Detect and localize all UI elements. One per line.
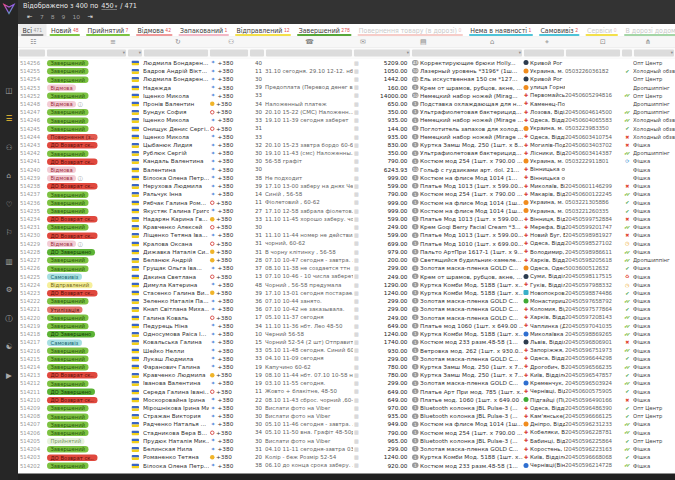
tracking-number[interactable]: 20450596666125: [565, 413, 621, 420]
tracking-number[interactable]: 20450597208143: [565, 314, 621, 321]
tracking-number[interactable]: 20450597988332: [565, 281, 621, 288]
tracking-number[interactable]: 0503221260335: [565, 207, 621, 214]
table-row[interactable]: 514217СамовивізКовальська Галина✦+38015Ч…: [18, 338, 675, 346]
sidebar-video-icon[interactable]: ▶: [0, 365, 18, 385]
tracking-number[interactable]: 20450599201747: [565, 224, 621, 231]
table-row[interactable]: 514216ЗавершенийШейко Нелли✦+3803305.10 …: [18, 346, 675, 354]
filter-city[interactable]: [524, 50, 564, 57]
table-row[interactable]: 514225СамовивізДакина Светлана+3801307.1…: [18, 272, 675, 280]
table-row[interactable]: 514226ЗавершенийГрущак Ольга Іва...✦+380…: [18, 264, 675, 272]
sidebar-dashboard-icon[interactable]: ◫: [0, 80, 18, 100]
sidebar-customers-icon[interactable]: ⚇: [0, 137, 18, 157]
table-row[interactable]: 514234ДО Возврат ск..Надарян Карина Гв..…: [18, 215, 675, 223]
tracking-number[interactable]: 20450598117515: [565, 273, 621, 280]
table-row[interactable]: 514223ДО Возврат ск..Стасенко Галина Ви.…: [18, 289, 675, 297]
tab-5[interactable]: Відправлений12: [232, 24, 294, 36]
payment-column-icon[interactable]: ▤: [420, 38, 427, 46]
tracking-number[interactable]: 20450604614500: [565, 109, 621, 116]
sidebar-warehouse-icon[interactable]: ⌂: [0, 166, 18, 186]
table-row[interactable]: 514245ЗавершенийОнищук Денис Сергі...+38…: [18, 124, 675, 132]
table-row[interactable]: 514228ДО ЗавершеноДижавка Наталія Си...+…: [18, 248, 675, 256]
filter-source[interactable]: ▾: [634, 50, 674, 57]
tab-3[interactable]: Відмова42: [133, 24, 176, 36]
table-row[interactable]: 514252ЗавершенийІщенко Микола✦+38033▥140…: [18, 91, 675, 99]
table-row[interactable]: 514220ЗавершенийГалина Коваль+3801705.10…: [18, 313, 675, 321]
table-row[interactable]: 514256ЗавершенийЛюдмила Бондарен...✦+380…: [18, 59, 675, 67]
tracking-column-icon[interactable]: ⊡: [600, 38, 606, 46]
table-row[interactable]: 514244Повернення (з..Іщенко Микола✦+3803…: [18, 132, 675, 140]
refresh-column-icon[interactable]: ↻: [175, 38, 181, 46]
table-row[interactable]: 514253ВідмоваНадежда✦+38039Предоплата (П…: [18, 83, 675, 91]
tracking-number[interactable]: 20450603410754: [565, 133, 621, 140]
tracking-number[interactable]: 20450597658792: [565, 298, 621, 305]
tracking-number[interactable]: 20450596228781: [565, 429, 621, 436]
tracking-number[interactable]: 20450596668068: [565, 454, 621, 461]
page-number-8[interactable]: 8: [51, 14, 55, 21]
tab-0[interactable]: Всі471: [18, 24, 47, 36]
table-row[interactable]: 514221УтилізаціяКнап Світлана Миха...✦+3…: [18, 305, 675, 313]
filter-price[interactable]: ▾: [354, 50, 410, 57]
filter-name[interactable]: [144, 50, 208, 57]
filter-product[interactable]: ▾: [412, 50, 522, 57]
tab-10[interactable]: Сервіси0: [583, 24, 621, 36]
tracking-number[interactable]: 20450601146299: [565, 183, 621, 190]
product-column-icon[interactable]: ⌂: [490, 38, 494, 46]
tracking-number[interactable]: 20450598981927: [565, 232, 621, 239]
tracking-number[interactable]: 20450598986611: [565, 248, 621, 255]
tracking-number[interactable]: 20450596566235: [565, 363, 621, 370]
sidebar-partners-icon[interactable]: ☯: [0, 337, 18, 357]
last-page-icon[interactable]: ⇥: [88, 13, 93, 21]
tracking-number[interactable]: 20450596644298: [565, 355, 621, 362]
page-number-10[interactable]: 10: [72, 14, 80, 21]
tracking-number[interactable]: 20450604065583: [565, 117, 621, 124]
tab-1[interactable]: Новий48: [47, 24, 84, 36]
table-row[interactable]: 514204ЗавершенийБелинская Нила✦+3803104.…: [18, 445, 675, 453]
table-row[interactable]: 514230ДО Возврат ск..Ліщенко Тетяна Іва.…: [18, 231, 675, 239]
table-row[interactable]: 514209ЗавершенийМірошнікова Ірина Ми...✦…: [18, 404, 675, 412]
tracking-number[interactable]: 20450596486390: [565, 405, 621, 412]
phone-column-icon[interactable]: ☎: [305, 38, 314, 46]
table-row[interactable]: 514254ЗавершенийЛюдмила Бондарен...✦+380…: [18, 75, 675, 83]
table-row[interactable]: 514212ЗавершенийІванова Валентина✦+38019…: [18, 379, 675, 387]
table-row[interactable]: 514236ЗавершенийРябчак Галина Ром...+380…: [18, 198, 675, 206]
tracking-number[interactable]: 0503222911801: [565, 158, 621, 165]
tracking-number[interactable]: 0503223983350: [565, 125, 621, 132]
table-row[interactable]: 514231ЗавершенийКравченко Алексей+38030▥…: [18, 223, 675, 231]
table-row[interactable]: 514241ДО Возврат ск..Кандаль Валентина✦+…: [18, 157, 675, 165]
table-row[interactable]: 514237ЗавершенийРальчук Інна✦+38014Синій…: [18, 190, 675, 198]
table-row[interactable]: 514222ЗавершенийЗеленко Наталія Па...✦+3…: [18, 297, 675, 305]
sidebar-orders-list-icon[interactable]: ☰: [0, 109, 18, 129]
tab-4[interactable]: Запакований1: [176, 24, 232, 36]
tab-11[interactable]: В дорозі додому0: [621, 24, 675, 36]
tracking-number[interactable]: 20450598527102: [565, 240, 621, 247]
table-row[interactable]: 514214ЗавершенийФаранович Галина✦+38019К…: [18, 363, 675, 371]
tracking-number[interactable]: 20450605294816: [565, 92, 621, 99]
tracking-number[interactable]: 20450598205618: [565, 257, 621, 264]
filter-check[interactable]: [622, 50, 632, 57]
table-row[interactable]: 514246ЗавершенийІщенко Микола✦+3803319.1…: [18, 116, 675, 124]
tab-6[interactable]: Завершений278: [294, 24, 354, 36]
substatus-column-icon[interactable]: ≡: [110, 38, 116, 46]
sidebar-settings-icon[interactable]: ⚙: [0, 280, 18, 300]
table-row[interactable]: 514227ЗавершенийБеланюк Андрій+3802807.1…: [18, 256, 675, 264]
table-row[interactable]: 514207ЗавершенийРадченко Наталья ...✦+38…: [18, 420, 675, 428]
tracking-number[interactable]: 20450597041035: [565, 322, 621, 329]
table-row[interactable]: 514235ЗавершенийЯкустяк Галина Григо...✦…: [18, 206, 675, 214]
page-number-9[interactable]: 9: [62, 14, 66, 21]
tracking-number[interactable]: 20450603414387: [565, 150, 621, 157]
sidebar-info-icon[interactable]: ⓘ: [0, 308, 18, 328]
table-row[interactable]: 514218ДО ЗавершеноОдносумова Раіса І...✦…: [18, 330, 675, 338]
table-row[interactable]: 514202ЗавершенийБілоока Олена Петр...✦+3…: [18, 461, 675, 469]
page-number-7[interactable]: 7: [40, 14, 44, 21]
sidebar-marketing-icon[interactable]: ⚐: [0, 223, 18, 243]
tracking-number[interactable]: 20450596490166: [565, 396, 621, 403]
tracking-number[interactable]: 20450603403702: [565, 142, 621, 149]
table-row[interactable]: 514255ЗавершенийБадров Андрій Вікт...✦+3…: [18, 67, 675, 75]
tab-2[interactable]: Прийнятий7: [83, 24, 133, 36]
first-page-icon[interactable]: ⇤: [27, 13, 32, 21]
tracking-number[interactable]: 0503221305886: [565, 199, 621, 206]
tracking-number[interactable]: 20450600575905: [565, 388, 621, 395]
table-row[interactable]: 514247ЗавершенийБундук София+3803020.10 …: [18, 108, 675, 116]
table-row[interactable]: 514213ДО Возврат ск..Кравченко Людмила+3…: [18, 371, 675, 379]
sidebar-statistics-icon[interactable]: ▥: [0, 251, 18, 271]
